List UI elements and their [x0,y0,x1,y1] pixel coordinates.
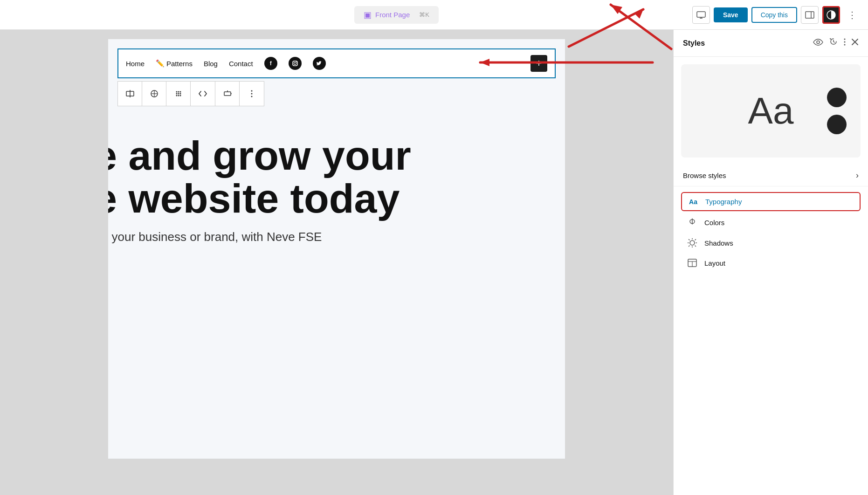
history-icon[interactable] [829,37,838,49]
svg-point-23 [178,95,179,96]
svg-point-31 [817,41,820,44]
hero-section: e and grow your e website today for your… [108,106,565,244]
preview-dots [827,88,847,134]
twitter-icon[interactable] [313,57,326,70]
style-option-typography[interactable]: Aa Typography [681,192,861,211]
style-option-colors[interactable]: Colors [681,213,861,232]
svg-point-9 [294,62,296,65]
grid-button[interactable] [166,82,191,106]
style-preview: Aa [681,64,861,158]
panel-header: Styles [674,30,868,57]
nav-item-contact[interactable]: Contact [229,60,253,68]
svg-point-22 [176,95,177,96]
hero-subtitle: for your business or brand, with Neve FS… [108,230,565,244]
hero-title-line2: e website today [108,177,565,220]
nav-item-blog[interactable]: Blog [204,60,218,68]
more-options-button[interactable]: ⋮ [844,7,861,22]
edit-toolbar [117,81,264,106]
shadows-label: Shadows [704,239,733,247]
nav-item-home[interactable]: Home [126,60,145,68]
dark-mode-button[interactable] [822,6,840,24]
panel-title: Styles [683,39,809,48]
page-title: Front Page [375,11,410,19]
more-toolbar-button[interactable] [240,82,264,106]
colors-label: Colors [704,219,724,227]
layout-label: Layout [704,259,725,267]
canvas-area: Home ✏️ Patterns Blog Contact f [0,30,673,495]
instagram-icon[interactable] [289,57,302,70]
layout-icon [687,259,698,267]
typography-icon: Aa [688,198,699,206]
pencil-icon: ✏️ [156,59,165,68]
svg-point-16 [176,91,177,93]
svg-point-35 [844,41,846,43]
svg-point-36 [844,44,846,46]
panel-more-icon[interactable] [844,38,846,48]
svg-point-34 [844,39,846,40]
svg-point-21 [179,93,181,95]
typography-label: Typography [705,198,742,206]
svg-point-17 [178,91,179,93]
svg-point-20 [178,93,179,95]
page-icon: ▣ [364,10,372,20]
svg-point-30 [251,96,253,97]
svg-point-39 [690,241,695,245]
align-button[interactable] [118,82,142,106]
copy-button[interactable]: Copy this [751,7,797,23]
preview-aa: Aa [748,89,794,132]
svg-line-45 [695,240,696,241]
svg-line-33 [834,41,834,42]
svg-point-18 [179,91,181,93]
svg-rect-25 [224,92,231,96]
browse-styles-label: Browse styles [683,172,726,179]
add-nav-button[interactable]: + [530,55,547,72]
svg-line-44 [689,240,690,241]
style-options-list: Aa Typography Colors [674,186,868,277]
top-bar-actions: Save Copy this ⋮ [692,6,861,24]
style-option-shadows[interactable]: Shadows [681,234,861,252]
svg-point-28 [251,90,253,92]
code-button[interactable] [191,82,215,106]
save-button[interactable]: Save [714,7,748,22]
eye-icon[interactable] [813,38,823,48]
preview-button[interactable] [692,6,710,24]
canvas-content: Home ✏️ Patterns Blog Contact f [108,39,565,459]
colors-icon [687,218,698,227]
navigation-bar: Home ✏️ Patterns Blog Contact f [117,48,556,78]
toolbar-group-1 [142,82,215,106]
svg-line-46 [689,246,690,247]
hero-title-line1: e and grow your [108,134,565,177]
shortcut-hint: ⌘K [419,11,429,18]
panel-header-icons [813,37,859,49]
styles-panel: Styles [673,30,868,495]
dot-1 [827,88,847,107]
circle-button[interactable] [142,82,166,106]
dot-2 [827,115,847,134]
top-bar: ▣ Front Page ⌘K Save Copy this [0,0,868,30]
svg-point-29 [251,93,253,95]
svg-line-47 [695,246,696,247]
facebook-icon[interactable]: f [264,57,277,70]
nav-item-patterns[interactable]: ✏️ Patterns [156,59,193,68]
svg-point-10 [296,62,297,62]
svg-rect-3 [806,12,814,18]
close-icon[interactable] [851,38,859,48]
shadows-icon [687,238,698,248]
chevron-right-icon: › [856,171,859,180]
justify-button[interactable] [215,82,240,106]
page-title-bar[interactable]: ▣ Front Page ⌘K [354,6,439,24]
panel-toggle-button[interactable] [801,6,819,24]
style-option-layout[interactable]: Layout [681,254,861,272]
svg-point-19 [176,93,177,95]
svg-point-24 [179,95,181,96]
browse-styles-row[interactable]: Browse styles › [674,165,868,186]
svg-rect-0 [697,12,705,17]
